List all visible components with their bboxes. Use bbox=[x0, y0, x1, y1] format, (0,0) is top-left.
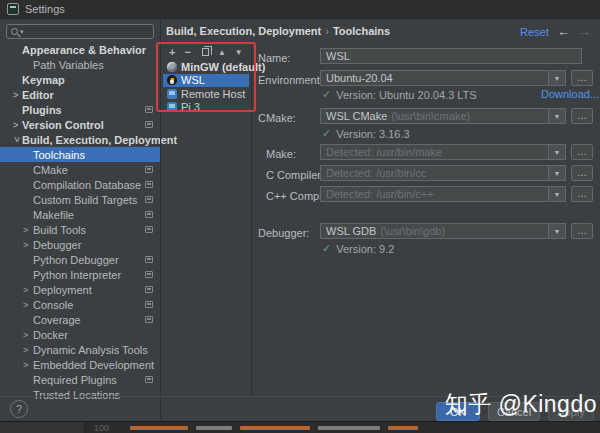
name-value: WSL bbox=[326, 50, 350, 62]
settings-sync-badge-icon bbox=[145, 301, 153, 308]
sidebar-item-path-variables[interactable]: Path Variables bbox=[0, 57, 160, 72]
chevron-right-icon[interactable]: > bbox=[23, 286, 31, 294]
chevron-right-icon[interactable]: > bbox=[23, 241, 31, 249]
chevron-down-icon[interactable]: ▼ bbox=[548, 71, 565, 85]
sidebar-item-label: Keymap bbox=[22, 74, 65, 86]
name-input[interactable]: WSL bbox=[320, 48, 582, 64]
make-browse-button[interactable]: … bbox=[571, 144, 593, 160]
sidebar-item-makefile[interactable]: Makefile bbox=[0, 207, 160, 222]
c-compiler-select[interactable]: Detected: /usr/bin/cc ▼ bbox=[320, 165, 566, 181]
sidebar-item-keymap[interactable]: Keymap bbox=[0, 72, 160, 87]
back-arrow-icon[interactable]: ← bbox=[557, 24, 570, 39]
debugger-label: Debugger: bbox=[258, 227, 309, 239]
debugger-browse-button[interactable]: … bbox=[571, 223, 593, 239]
c-compiler-label: C Compiler: bbox=[266, 169, 324, 181]
editor-gutter bbox=[0, 422, 85, 433]
background-editor-strip: 100 bbox=[0, 422, 600, 433]
chevron-right-icon[interactable]: > bbox=[23, 226, 31, 234]
chevron-down-icon[interactable]: ▼ bbox=[548, 187, 565, 201]
settings-sync-badge-icon bbox=[145, 316, 153, 323]
sidebar-item-compilation-database[interactable]: Compilation Database bbox=[0, 177, 160, 192]
sidebar-item-label: Docker bbox=[33, 329, 68, 341]
zhihu-watermark: 知乎 @Kingdo bbox=[445, 389, 597, 420]
sidebar-item-label: Build Tools bbox=[33, 224, 86, 236]
sidebar-item-build-tools[interactable]: >Build Tools bbox=[0, 222, 160, 237]
sidebar-item-toolchains[interactable]: Toolchains bbox=[0, 147, 160, 162]
chevron-right-icon[interactable]: > bbox=[23, 331, 31, 339]
c-compiler-browse-button[interactable]: … bbox=[571, 165, 593, 181]
environment-browse-button[interactable]: … bbox=[571, 70, 593, 86]
cmake-label: CMake: bbox=[258, 112, 296, 124]
sidebar-item-label: Python Debugger bbox=[33, 254, 119, 266]
sidebar-item-label: Python Interpreter bbox=[33, 269, 121, 281]
sidebar-item-label: Version Control bbox=[22, 119, 104, 131]
editor-text-fragment bbox=[130, 426, 188, 430]
environment-select[interactable]: Ubuntu-20.04 ▼ bbox=[320, 70, 566, 86]
sidebar-item-label: Appearance & Behavior bbox=[22, 44, 146, 56]
download-link[interactable]: Download... bbox=[541, 88, 599, 100]
sidebar-item-label: Plugins bbox=[22, 104, 62, 116]
chevron-right-icon[interactable]: > bbox=[23, 361, 31, 369]
chevron-down-icon[interactable]: ▼ bbox=[548, 224, 565, 238]
sidebar-item-version-control[interactable]: >Version Control bbox=[0, 117, 160, 132]
editor-text-fragment bbox=[318, 426, 380, 430]
make-select[interactable]: Detected: /usr/bin/make ▼ bbox=[320, 144, 566, 160]
environment-label: Environment: bbox=[258, 74, 323, 86]
sidebar-item-python-interpreter[interactable]: Python Interpreter bbox=[0, 267, 160, 282]
sidebar-item-appearance-behavior[interactable]: Appearance & Behavior bbox=[0, 42, 160, 57]
cmake-browse-button[interactable]: … bbox=[571, 108, 593, 124]
chevron-down-icon[interactable]: ▼ bbox=[548, 166, 565, 180]
sidebar-item-editor[interactable]: >Editor bbox=[0, 87, 160, 102]
sidebar-item-debugger[interactable]: >Debugger bbox=[0, 237, 160, 252]
cpp-compiler-browse-button[interactable]: … bbox=[571, 186, 593, 202]
search-icon bbox=[11, 28, 18, 35]
sidebar-item-label: Path Variables bbox=[33, 59, 104, 71]
sidebar-item-label: Build, Execution, Deployment bbox=[22, 134, 177, 146]
breadcrumb-path[interactable]: Build, Execution, Deployment bbox=[166, 25, 321, 37]
chevron-right-icon[interactable]: > bbox=[23, 301, 31, 309]
settings-sync-badge-icon bbox=[145, 106, 153, 113]
sidebar-item-python-debugger[interactable]: Python Debugger bbox=[0, 252, 160, 267]
window-title: Settings bbox=[25, 3, 65, 15]
sidebar-item-label: Debugger bbox=[33, 239, 81, 251]
sidebar-item-required-plugins[interactable]: Required Plugins bbox=[0, 372, 160, 387]
chevron-right-icon[interactable]: > bbox=[23, 346, 31, 354]
editor-text-fragment bbox=[388, 426, 418, 430]
reset-link[interactable]: Reset bbox=[520, 26, 549, 38]
sidebar-item-build-execution-deployment[interactable]: >Build, Execution, Deployment bbox=[0, 132, 160, 147]
environment-version: Version: Ubuntu 20.04.3 LTS bbox=[336, 89, 476, 101]
settings-sync-badge-icon bbox=[145, 256, 153, 263]
check-icon: ✓ bbox=[322, 242, 331, 255]
chevron-down-icon[interactable]: ▼ bbox=[548, 145, 565, 159]
sidebar-item-dynamic-analysis-tools[interactable]: >Dynamic Analysis Tools bbox=[0, 342, 160, 357]
cpp-compiler-value: Detected: /usr/bin/c++ bbox=[326, 188, 434, 200]
sidebar-item-embedded-development[interactable]: >Embedded Development bbox=[0, 357, 160, 372]
chevron-right-icon[interactable]: > bbox=[13, 121, 21, 129]
settings-sync-badge-icon bbox=[145, 286, 153, 293]
cmake-select[interactable]: WSL CMake (\usr\bin\cmake) ▼ bbox=[320, 108, 566, 124]
debugger-version: Version: 9.2 bbox=[336, 243, 394, 255]
settings-tree: Appearance & BehaviorPath VariablesKeyma… bbox=[0, 42, 160, 402]
cpp-compiler-select[interactable]: Detected: /usr/bin/c++ ▼ bbox=[320, 186, 566, 202]
sidebar-item-trusted-locations[interactable]: Trusted Locations bbox=[0, 387, 160, 402]
sidebar-item-coverage[interactable]: Coverage bbox=[0, 312, 160, 327]
search-input[interactable]: ▾ bbox=[6, 24, 154, 39]
help-button[interactable]: ? bbox=[10, 400, 28, 418]
sidebar-item-plugins[interactable]: Plugins bbox=[0, 102, 160, 117]
sidebar-item-custom-build-targets[interactable]: Custom Build Targets bbox=[0, 192, 160, 207]
settings-sync-badge-icon bbox=[145, 196, 153, 203]
sidebar-item-console[interactable]: >Console bbox=[0, 297, 160, 312]
chevron-down-icon[interactable]: ▼ bbox=[548, 109, 565, 123]
sidebar-item-label: Embedded Development bbox=[33, 359, 154, 371]
sidebar-item-label: Required Plugins bbox=[33, 374, 117, 386]
forward-arrow-icon: → bbox=[578, 24, 591, 39]
breadcrumb-current: Toolchains bbox=[333, 25, 390, 37]
sidebar-item-deployment[interactable]: >Deployment bbox=[0, 282, 160, 297]
debugger-select[interactable]: WSL GDB (\usr\bin\gdb) ▼ bbox=[320, 223, 566, 239]
chevron-right-icon[interactable]: > bbox=[13, 91, 21, 99]
check-icon: ✓ bbox=[322, 88, 331, 101]
sidebar-item-cmake[interactable]: CMake bbox=[0, 162, 160, 177]
chevron-down-icon[interactable]: > bbox=[13, 136, 21, 144]
cmake-version: Version: 3.16.3 bbox=[336, 128, 409, 140]
sidebar-item-docker[interactable]: >Docker bbox=[0, 327, 160, 342]
